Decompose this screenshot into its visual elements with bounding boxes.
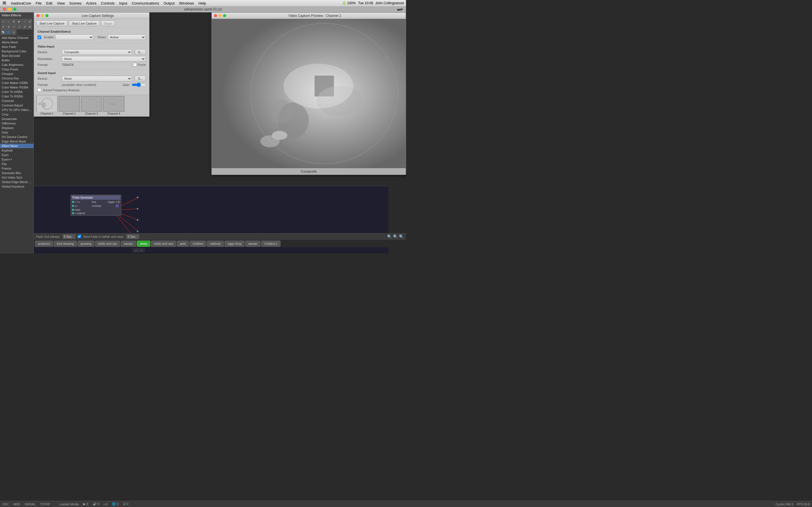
sidebar-item-desaturate[interactable]: Desaturate (0, 117, 34, 121)
sidebar-item-get-video-size[interactable]: Get Video Size (0, 175, 34, 180)
menu-windows[interactable]: Windows (179, 1, 194, 5)
driver-select[interactable]: Active (107, 34, 146, 40)
sidebar-item-contrast-adjust[interactable]: Contrast Adjust (0, 103, 34, 108)
preview-zoom[interactable] (223, 14, 226, 17)
icon-square[interactable]: ▪ (6, 19, 11, 24)
icon-rect[interactable]: ▭ (1, 19, 6, 24)
freq-port-in[interactable] (72, 201, 74, 203)
apple-menu[interactable]: ⌘ (2, 1, 6, 6)
sidebar-item-chop-pixels[interactable]: Chop Pixels (0, 67, 34, 71)
close-button[interactable] (3, 8, 6, 11)
menu-scenes[interactable]: Scenes (69, 1, 82, 5)
maximize-button[interactable] (13, 8, 16, 11)
add-obj-button[interactable]: add obj (133, 248, 145, 252)
trigger-port-out[interactable] (117, 201, 120, 203)
tab-gold[interactable]: gold (177, 240, 189, 247)
icon-person[interactable]: 👤 (6, 30, 11, 35)
minimize-button[interactable] (8, 8, 11, 11)
capture-close[interactable] (36, 14, 40, 17)
tab-calibratr[interactable]: calibratr (207, 240, 224, 247)
tab-untitled-1[interactable]: Untitled-1 (261, 240, 281, 247)
menu-edit[interactable]: Edit (46, 1, 52, 5)
tab-eggs-drop[interactable]: eggs drop (224, 240, 245, 247)
menu-controls[interactable]: Controls (101, 1, 114, 5)
icon-audio[interactable]: ♫ (22, 19, 27, 24)
menu-isadora[interactable]: IsadoraCore (11, 1, 31, 5)
enable-checkbox[interactable] (38, 36, 41, 39)
sound-device-select[interactable]: None (62, 76, 132, 81)
icon-gear2[interactable]: ⚙ (22, 24, 27, 29)
sidebar-item-explode[interactable]: Explode (0, 148, 34, 153)
device-select[interactable]: Composite (62, 49, 132, 55)
sidebar-item-auto-fade[interactable]: Auto Fade (0, 45, 34, 49)
icon-pause[interactable]: ⏸ (1, 24, 6, 29)
preview-minimize[interactable] (218, 14, 221, 17)
menu-communications[interactable]: Communications (132, 1, 159, 5)
menu-file[interactable]: File (36, 1, 42, 5)
tab-sampo[interactable]: sampo (121, 240, 136, 247)
runstop-port-in[interactable] (72, 205, 74, 207)
tab-bird-drawing[interactable]: bird drawing (54, 240, 77, 247)
sidebar-item-color-to-hsba[interactable]: Color To HSBA (0, 90, 34, 94)
resolution-select[interactable]: None (62, 56, 146, 62)
capture-maximize[interactable] (45, 14, 49, 17)
sidebar-item-cpu-gpu[interactable]: CPU To GPU Video Co (0, 108, 34, 112)
sidebar-item-color-maker-rgba[interactable]: Color Maker RGBA (0, 85, 34, 90)
pulse-generator-node[interactable]: Pulse Generator 2 Hz freq trigger 1 on r… (70, 194, 121, 216)
sidebar-item-alpha-mask[interactable]: Alpha Mask (0, 40, 34, 45)
sidebar-item-freeze[interactable]: Freeze (0, 166, 34, 171)
next-fade-checkbox[interactable] (78, 235, 81, 238)
next-fade-input[interactable] (126, 234, 139, 239)
icon-move[interactable]: ⬡ (17, 24, 22, 29)
tab-white-sky[interactable]: white and sky (95, 240, 120, 247)
tab-sampo-2[interactable]: sampo (245, 240, 260, 247)
menu-help[interactable]: Help (199, 1, 206, 5)
menu-input[interactable]: Input (119, 1, 128, 5)
sidebar-item-blob-decoder[interactable]: Blob Decoder (0, 54, 34, 58)
tab-untitled[interactable]: Untitled (190, 240, 206, 247)
preview-close[interactable] (214, 14, 217, 17)
icon-film[interactable]: ▶ (17, 19, 22, 24)
sidebar-item-dots[interactable]: Dots (0, 130, 34, 135)
device-settings-button[interactable]: S... (135, 49, 146, 55)
zoom-out-button[interactable]: 🔍 (387, 234, 392, 239)
icon-antenna[interactable]: 📡 (1, 30, 6, 35)
force-checkbox[interactable] (133, 63, 137, 66)
channel-4-thumb[interactable]: Chan... Channel 4 (103, 96, 124, 115)
sidebar-item-crop[interactable]: Crop (0, 112, 34, 117)
sidebar-item-eyes-plus[interactable]: Eyes++ (0, 157, 34, 162)
sound-freq-checkbox[interactable] (38, 88, 41, 92)
sidebar-item-edge-blend[interactable]: Edge Blend Mask (0, 139, 34, 144)
sidebar-item-displace[interactable]: Displace (0, 126, 34, 130)
tab-white-sea[interactable]: white and sea (151, 240, 176, 247)
channel-select[interactable] (55, 34, 94, 40)
sidebar-item-difference[interactable]: Difference (0, 121, 34, 126)
sidebar-item-dv-device[interactable]: DV Device Control (0, 135, 34, 139)
start-capture-button[interactable]: Start Live Capture (36, 20, 68, 26)
sidebar-item-gaussian-blur[interactable]: Gaussian Blur (0, 171, 34, 175)
capture-minimize[interactable] (41, 14, 44, 17)
gain-slider[interactable] (132, 82, 146, 87)
outputs-port-in[interactable] (72, 212, 74, 214)
sidebar-item-flip[interactable]: Flip (0, 162, 34, 166)
sidebar-item-colorizer[interactable]: Colorizer (0, 99, 34, 103)
menu-output[interactable]: Output (163, 1, 174, 5)
icon-scissors[interactable]: ✂ (11, 24, 16, 29)
sidebar-item-effect-mixer[interactable]: Effect Mixer (0, 144, 34, 148)
stop-capture-button[interactable]: Stop Live Capture (69, 20, 100, 26)
sidebar-item-chopper[interactable]: Chopper (0, 71, 34, 76)
tab-projector[interactable]: projector (35, 240, 53, 247)
sidebar-item-global-edge[interactable]: Global Edge Blend Ma (0, 180, 34, 184)
tab-growing[interactable]: growing (78, 240, 95, 247)
channel-3-thumb[interactable]: Channel 3 (81, 96, 102, 115)
channel-1-thumb[interactable]: Channel 1 (36, 96, 57, 115)
sidebar-item-color-maker-hsba[interactable]: Color Maker HSBA (0, 80, 34, 85)
menu-view[interactable]: View (57, 1, 65, 5)
sound-device-settings[interactable]: S... (135, 76, 146, 81)
icon-chain[interactable]: ⛓ (28, 24, 33, 29)
tab-sleep[interactable]: sleep (137, 240, 150, 247)
reset-port-in[interactable] (72, 209, 74, 211)
zoom-reset-button[interactable]: 🔍 (393, 234, 398, 239)
stage-button[interactable]: Stage (101, 20, 115, 26)
channel-2-thumb[interactable]: Channel 2 (59, 96, 80, 115)
